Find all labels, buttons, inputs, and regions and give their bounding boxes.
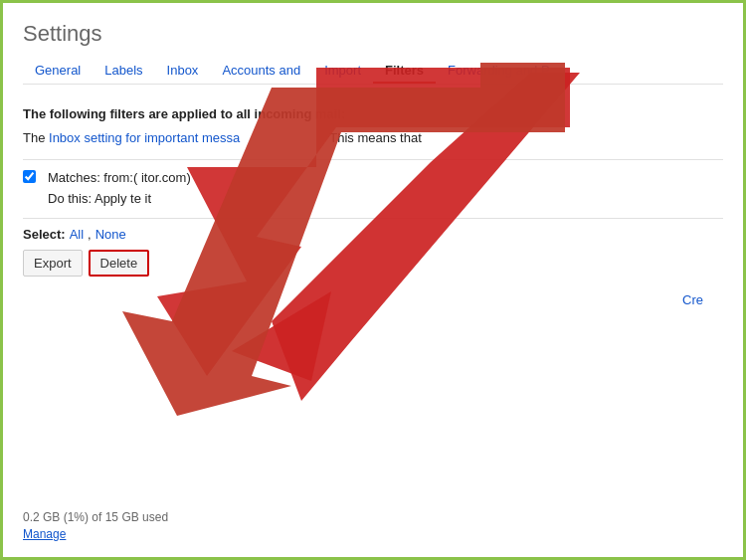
filter-row: Matches: from:( itor.com) Do this: Apply… xyxy=(23,159,723,219)
page-wrapper: Settings General Labels Inbox Accounts a… xyxy=(3,3,743,557)
manage-link[interactable]: Manage xyxy=(23,527,66,541)
select-none-link[interactable]: None xyxy=(95,227,126,242)
tab-inbox[interactable]: Inbox xyxy=(155,57,211,84)
create-filter-link[interactable]: Cre xyxy=(682,292,703,307)
tab-accounts[interactable]: Accounts and xyxy=(210,57,312,84)
filter-action: Do this: Apply te it xyxy=(48,189,191,210)
create-filter-row: Cre xyxy=(23,292,723,307)
filters-header: The following filters are applied to all… xyxy=(23,106,723,121)
filters-info-suffix: This means that xyxy=(329,130,422,145)
tab-forwarding[interactable]: Forwarding and P xyxy=(436,57,562,84)
tab-general[interactable]: General xyxy=(23,57,93,84)
select-label: Select: xyxy=(23,227,66,242)
storage-info: 0.2 GB (1%) of 15 GB used xyxy=(23,510,168,524)
content-area: The following filters are applied to all… xyxy=(3,93,743,337)
filter-matches: Matches: from:( itor.com) xyxy=(48,168,191,189)
filter-checkbox[interactable] xyxy=(23,170,36,183)
select-all-link[interactable]: All xyxy=(70,227,84,242)
filters-info: The Inbox setting for important messa Th… xyxy=(23,129,723,147)
tab-labels[interactable]: Labels xyxy=(93,57,154,84)
select-row: Select: All , None xyxy=(23,227,723,242)
inbox-setting-link[interactable]: Inbox setting for important messa xyxy=(49,130,240,145)
page-footer: 0.2 GB (1%) of 15 GB used Manage xyxy=(23,510,168,541)
delete-button[interactable]: Delete xyxy=(89,250,150,277)
nav-tabs: General Labels Inbox Accounts and Import… xyxy=(23,57,723,85)
export-button[interactable]: Export xyxy=(23,250,83,277)
tab-import[interactable]: Import xyxy=(312,57,373,84)
tab-filters[interactable]: Filters xyxy=(373,57,436,84)
filters-info-prefix: The xyxy=(23,130,49,145)
page-title: Settings xyxy=(23,21,723,47)
filter-details: Matches: from:( itor.com) Do this: Apply… xyxy=(48,168,191,210)
page-header: Settings General Labels Inbox Accounts a… xyxy=(3,3,743,93)
action-buttons: Export Delete xyxy=(23,250,723,277)
